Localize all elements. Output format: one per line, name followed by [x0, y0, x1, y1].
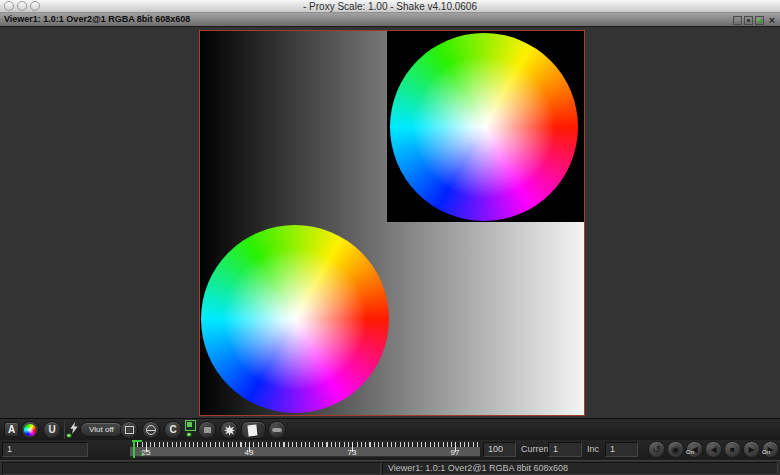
green-pixel [759, 20, 762, 23]
new-viewer-icon[interactable] [755, 16, 764, 25]
slot-icon [272, 428, 282, 433]
split-view-icon [146, 425, 156, 435]
update-mode-led [66, 433, 72, 438]
step-reverse-icon: ◀ [710, 445, 716, 454]
realtime-on-badge: On [762, 445, 770, 460]
tick-label-25: 25 [136, 448, 156, 457]
play-reverse-button[interactable]: ◀ On [686, 441, 703, 458]
detach-viewer-icon[interactable] [733, 16, 742, 25]
composite-image[interactable] [199, 30, 585, 416]
update-mode-icon[interactable] [69, 422, 79, 434]
color-wheel-bottom-left [201, 225, 389, 413]
render-icon: ◉ [671, 444, 680, 455]
current-frame-label: Current [521, 444, 551, 454]
timeline-ruler[interactable]: 25 49 73 97 1 [130, 441, 480, 458]
frame-icon [125, 426, 134, 434]
viewer-tab-bar: Viewer1: 1.0:1 Over2@1 RGBA 8bit 608x608… [0, 13, 780, 27]
end-frame-field[interactable]: 100 [483, 442, 516, 457]
document-icon [247, 425, 257, 437]
time-bar: 1 25 49 73 97 1 100 Current 1 Inc 1 ↺ [0, 440, 780, 460]
render-flipbook-button[interactable]: ◉ [667, 441, 684, 458]
shake-window: - Proxy Scale: 1.00 - Shake v4.10.0606 V… [0, 0, 780, 475]
flipbook-button[interactable] [220, 421, 238, 439]
viewer-toolbar: A U Vlut off C [0, 418, 780, 440]
vlut-button[interactable]: Vlut off [80, 422, 123, 437]
tick-label-73: 73 [342, 448, 362, 457]
info-message-field [2, 462, 381, 475]
start-frame-field[interactable]: 1 [2, 442, 88, 457]
dod-button[interactable] [120, 421, 138, 439]
viewer-canvas[interactable] [0, 27, 780, 418]
loop-icon: ↺ [652, 444, 660, 455]
channel-select-button[interactable]: A [4, 422, 19, 437]
title-bar: - Proxy Scale: 1.00 - Shake v4.10.0606 [0, 0, 780, 13]
increment-field[interactable]: 1 [605, 442, 638, 457]
compare-buffer-button[interactable]: C [164, 421, 182, 439]
tick-label-97: 97 [445, 448, 465, 457]
timeline-band[interactable] [130, 447, 480, 457]
file-browser-button[interactable] [241, 421, 266, 439]
color-wheel-top-right [390, 33, 578, 221]
current-frame-field[interactable]: 1 [548, 442, 582, 457]
viewer-tab-controls: × [733, 15, 778, 26]
stop-button[interactable]: ■ [724, 441, 741, 458]
compare-split-button[interactable] [142, 421, 160, 439]
roi-check-glyph [187, 422, 192, 427]
viewer-tab-label[interactable]: Viewer1: 1.0:1 Over2@1 RGBA 8bit 608x608 [4, 14, 190, 24]
roi-led [186, 432, 192, 437]
roi-region-button[interactable] [198, 421, 216, 439]
tick-label-49: 49 [239, 448, 259, 457]
increment-label: Inc [587, 444, 599, 454]
roi-region-icon [203, 426, 212, 434]
dot-glyph [747, 19, 750, 22]
play-forward-icon: ▶ [748, 445, 754, 454]
step-reverse-button[interactable]: ◀ [705, 441, 722, 458]
toolbar-separator [64, 421, 65, 439]
roi-enable-toggle[interactable] [185, 420, 196, 431]
color-picker-button[interactable] [21, 421, 39, 439]
window-title: - Proxy Scale: 1.00 - Shake v4.10.0606 [0, 0, 780, 13]
playhead[interactable]: 1 [133, 441, 135, 458]
viewer-info-field: Viewer1: 1.0:1 Over2@1 RGBA 8bit 608x608 [382, 462, 778, 475]
eject-button[interactable] [268, 421, 286, 439]
color-wheel-icon [24, 424, 36, 436]
loop-mode-button[interactable]: ↺ [648, 441, 665, 458]
stop-icon: ■ [730, 445, 735, 454]
playhead-cap [132, 440, 142, 442]
timeline-ticks [133, 442, 480, 447]
play-forward-button[interactable]: ▶ [743, 441, 760, 458]
playhead-frame-label: 1 [140, 449, 144, 458]
status-bar: Viewer1: 1.0:1 Over2@1 RGBA 8bit 608x608 [0, 460, 780, 475]
transport-controls: ↺ ◉ ◀ On ◀ ■ ▶ ▶ On [648, 441, 779, 458]
close-viewer-icon[interactable]: × [766, 15, 778, 26]
viewer-options-icon[interactable] [744, 16, 753, 25]
play-forward-realtime-button[interactable]: ▶ On [762, 441, 779, 458]
starburst-icon [224, 425, 235, 436]
realtime-on-badge: On [686, 445, 694, 460]
update-button[interactable]: U [43, 421, 61, 439]
